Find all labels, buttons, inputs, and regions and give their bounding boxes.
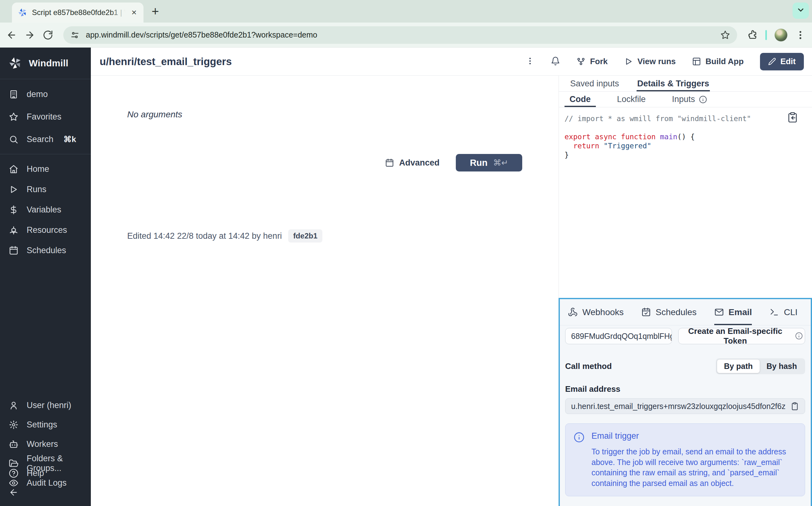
call-method-option-by-hash[interactable]: By hash xyxy=(760,359,804,373)
trigger-tab-schedules[interactable]: Schedules xyxy=(641,299,697,325)
email-address-value: u.henri.test_email_triggers+mrsw23zlouxg… xyxy=(571,402,786,411)
calendar-check-icon xyxy=(641,307,651,317)
header-actions: ForkView runsBuild App Edit xyxy=(526,53,804,70)
details-panel-tabs: Saved inputsDetails & Triggers xyxy=(559,76,812,92)
tab-close-icon[interactable]: × xyxy=(130,7,138,17)
sidebar-item-home[interactable]: Home xyxy=(0,159,91,179)
sidebar-item-search[interactable]: Search⌘k xyxy=(0,128,91,151)
call-method-option-by-path[interactable]: By path xyxy=(717,359,760,373)
boxes-icon xyxy=(9,225,18,235)
details-panel: Saved inputsDetails & Triggers CodeLockf… xyxy=(558,76,812,506)
run-label: Run xyxy=(470,158,487,168)
edit-button-label: Edit xyxy=(781,57,796,66)
sidebar-collapse-button[interactable] xyxy=(0,483,91,502)
sidebar-item-label: demo xyxy=(26,89,48,99)
sidebar-item-label: Settings xyxy=(26,420,57,430)
play-icon xyxy=(9,185,18,194)
tab-details-triggers[interactable]: Details & Triggers xyxy=(636,76,710,91)
trigger-tab-webhooks[interactable]: Webhooks xyxy=(568,299,624,325)
more-options-button[interactable] xyxy=(526,57,534,67)
help-icon xyxy=(9,469,18,478)
build-app-button[interactable]: Build App xyxy=(692,57,744,66)
windmill-brand[interactable]: Windmill xyxy=(0,48,91,79)
run-row: Advanced Run ⌘↵ xyxy=(127,154,522,171)
run-area: No arguments Advanced Run ⌘↵ Edited 14:4… xyxy=(91,76,558,506)
url-bar[interactable]: app.windmill.dev/scripts/get/e857be88e0f… xyxy=(63,26,737,44)
sidebar-item-resources[interactable]: Resources xyxy=(0,220,91,240)
forward-icon[interactable] xyxy=(24,30,35,40)
tab-label: Email xyxy=(729,307,752,317)
create-email-token-button[interactable]: Create an Email-specific Token xyxy=(678,328,805,344)
kebab-icon xyxy=(526,57,534,67)
clipboard-icon[interactable] xyxy=(790,402,799,411)
star-icon xyxy=(9,112,18,122)
url-text[interactable]: app.windmill.dev/scripts/get/e857be88e0f… xyxy=(86,30,714,39)
tab-label: Inputs xyxy=(672,94,695,104)
call-method-toggle: By pathBy hash xyxy=(716,358,805,374)
sidebar-item-demo[interactable]: demo xyxy=(0,83,91,105)
sidebar-item-workers[interactable]: Workers xyxy=(0,434,91,454)
edited-row: Edited 14:42 22/8 today at 14:42 by henr… xyxy=(127,229,522,243)
info-circle-icon xyxy=(573,432,585,443)
copy-code-button[interactable] xyxy=(787,112,798,123)
view-runs-button[interactable]: View runs xyxy=(624,57,676,66)
create-email-token-label: Create an Email-specific Token xyxy=(680,326,790,346)
sidebar-item-variables[interactable]: Variables xyxy=(0,200,91,220)
sidebar-item-settings[interactable]: Settings xyxy=(0,415,91,434)
avatar[interactable] xyxy=(774,28,788,41)
sidebar-item-runs[interactable]: Runs xyxy=(0,179,91,200)
sidebar-item-label: Workers xyxy=(26,439,58,449)
tab-label: CLI xyxy=(784,307,798,317)
browser-toolbar: app.windmill.dev/scripts/get/e857be88e0f… xyxy=(0,22,812,48)
code-line: export async function main() { xyxy=(564,133,803,142)
trigger-tabs: WebhooksSchedulesEmailCLI xyxy=(560,299,811,325)
tab-search-button[interactable] xyxy=(793,2,809,19)
button-label: Build App xyxy=(705,57,744,66)
sidebar-item-help[interactable]: Help xyxy=(0,463,91,483)
fork-button[interactable]: Fork xyxy=(577,57,607,66)
email-trigger-info-box: Email trigger To trigger the job by emai… xyxy=(565,423,805,496)
sidebar-item-label: Home xyxy=(26,164,49,174)
button-label: Fork xyxy=(590,57,607,66)
edit-button[interactable]: Edit xyxy=(760,53,804,70)
browser-menu-icon[interactable] xyxy=(795,30,806,40)
code-line: // import * as wmill from "windmill-clie… xyxy=(564,114,803,123)
browser-tab[interactable]: Script e857be88e0fde2b1 | W × xyxy=(12,2,143,22)
email-token-input[interactable]: 689FMudGrdqQOq1qmblFHgaN xyxy=(565,328,672,344)
calendar-icon xyxy=(9,246,18,255)
reload-icon[interactable] xyxy=(43,30,53,40)
new-tab-button[interactable]: + xyxy=(152,5,159,17)
sidebar-footer-group: Help xyxy=(0,463,91,502)
run-button[interactable]: Run ⌘↵ xyxy=(456,154,522,171)
browser-tabstrip: Script e857be88e0fde2b1 | W × + xyxy=(0,0,812,22)
extensions-icon[interactable] xyxy=(747,30,758,40)
gear-icon xyxy=(9,420,18,430)
email-address-field[interactable]: u.henri.test_email_triggers+mrsw23zlouxg… xyxy=(565,398,805,414)
sidebar-item-user-henri[interactable]: User (henri) xyxy=(0,396,91,415)
trigger-tab-email[interactable]: Email xyxy=(714,299,752,325)
bookmark-star-icon[interactable] xyxy=(720,30,730,40)
tab-lockfile[interactable]: Lockfile xyxy=(612,92,651,107)
code-line xyxy=(564,123,803,133)
brand-name: Windmill xyxy=(29,58,68,69)
building-icon xyxy=(9,89,18,99)
sidebar: Windmill demoFavoritesSearch⌘k HomeRunsV… xyxy=(0,48,91,506)
sidebar-item-schedules[interactable]: Schedules xyxy=(0,240,91,261)
tab-inputs[interactable]: Inputs xyxy=(667,92,712,107)
sidebar-item-label: Search xyxy=(26,135,54,144)
version-hash-badge[interactable]: fde2b1 xyxy=(288,229,322,243)
code-tabs: CodeLockfileInputs xyxy=(559,92,812,107)
back-icon[interactable] xyxy=(6,30,17,40)
sidebar-item-favorites[interactable]: Favorites xyxy=(0,105,91,128)
tab-code[interactable]: Code xyxy=(564,92,596,107)
notifications-button[interactable] xyxy=(551,56,560,67)
email-trigger-info-text: Email trigger To trigger the job by emai… xyxy=(592,431,797,489)
tab-label: Lockfile xyxy=(617,94,646,104)
table-icon xyxy=(692,57,701,66)
site-settings-icon[interactable] xyxy=(70,30,80,40)
advanced-button[interactable]: Advanced xyxy=(385,158,439,168)
sidebar-item-label: Help xyxy=(26,469,44,478)
trigger-tab-cli[interactable]: CLI xyxy=(769,299,798,325)
tab-saved-inputs[interactable]: Saved inputs xyxy=(569,76,620,91)
clipboard-import-icon xyxy=(787,116,798,124)
